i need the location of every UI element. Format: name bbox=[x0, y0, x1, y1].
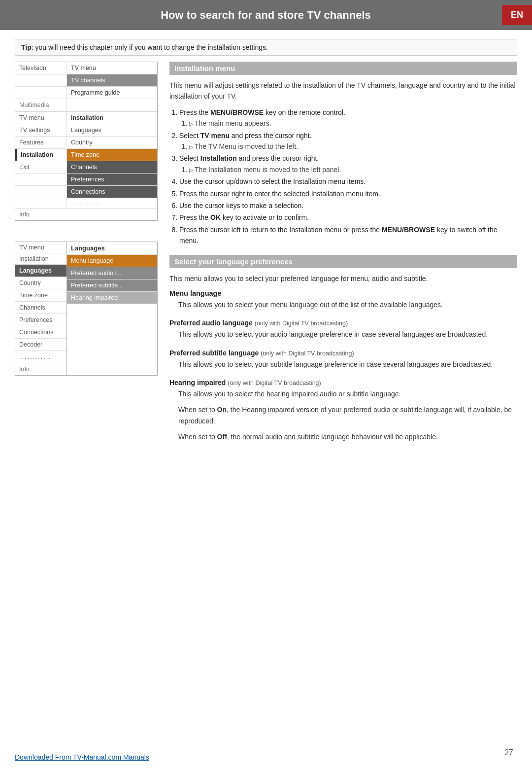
menu-left-empty3 bbox=[15, 174, 67, 185]
preferred-subtitle-note: (only with Digital TV broadcasting) bbox=[261, 350, 354, 357]
hearing-impaired-text3: When set to Off, the normal audio and su… bbox=[178, 431, 517, 442]
installation-section-header: Installation menu bbox=[169, 62, 517, 75]
hearing-impaired-text2: When set to On, the Hearing impaired ver… bbox=[178, 404, 517, 426]
menu-right-installation: Installation bbox=[67, 112, 157, 124]
main-content: Television TV menu TV channels Programme… bbox=[0, 62, 532, 452]
menu-language-text: This allows you to select your menu lang… bbox=[178, 299, 517, 310]
menu-language-block: Menu language This allows you to select … bbox=[169, 289, 517, 310]
menu-row-multimedia: Multimedia bbox=[15, 99, 157, 111]
page-header: How to search for and store TV channels … bbox=[0, 0, 532, 30]
menu-diagram-1: Television TV menu TV channels Programme… bbox=[15, 62, 158, 221]
hearing-on-bold: On bbox=[217, 406, 227, 414]
menu-row-exit: Exit Channels bbox=[15, 161, 157, 174]
menu-right-progguide: Programme guide bbox=[67, 87, 157, 99]
step-1-bold: MENU/BROWSE bbox=[210, 108, 264, 116]
hearing-off-bold: Off bbox=[217, 433, 227, 441]
menu2-top-label: TV menu bbox=[15, 242, 66, 253]
preferred-subtitle-text: This allows you to select your subtitle … bbox=[178, 359, 517, 370]
step-5: Press the cursor right to enter the sele… bbox=[179, 188, 517, 199]
menu-row-tvmenu-install: TV menu Installation bbox=[15, 112, 157, 124]
menu-two-right-col: Languages Menu language Preferred audio … bbox=[67, 242, 157, 375]
menu2-left-channels: Channels bbox=[15, 302, 66, 314]
menu2-right-menulang: Menu language bbox=[67, 255, 157, 267]
menu-left-empty1 bbox=[15, 74, 67, 86]
preferred-audio-note: (only with Digital TV broadcasting) bbox=[255, 320, 348, 327]
preferred-subtitle-block: Preferred subtitle language (only with D… bbox=[169, 349, 517, 370]
menu-right-connections: Connections bbox=[67, 186, 157, 198]
menu-right-languages: Languages bbox=[67, 124, 157, 136]
language-section: Select your language preferences This me… bbox=[169, 255, 517, 442]
menu-left-empty2 bbox=[15, 87, 67, 99]
menu2-right-hearing: Hearing impaired bbox=[67, 292, 157, 304]
language-badge: EN bbox=[502, 5, 532, 25]
step-3: Select Installation and press the cursor… bbox=[179, 153, 517, 175]
step-3-sub: The Installation menu is moved to the le… bbox=[189, 164, 517, 175]
step-8: Press the cursor left to return to the I… bbox=[179, 224, 517, 246]
menu2-left-decoder: Decoder bbox=[15, 339, 66, 351]
menu2-left-languages: Languages bbox=[15, 265, 66, 277]
menu2-right-header: Languages bbox=[67, 242, 157, 255]
tip-label: Tip bbox=[21, 43, 32, 51]
menu2-right-prefsubtitle: Preferred subtitle... bbox=[67, 280, 157, 292]
step-3-bold: Installation bbox=[200, 154, 237, 162]
menu-left-tvmenu: TV menu bbox=[15, 112, 67, 124]
menu-left-multimedia: Multimedia bbox=[15, 99, 67, 111]
tip-bar: Tip: you will need this chapter only if … bbox=[15, 39, 517, 56]
menu2-right-prefaudio: Preferred audio l... bbox=[67, 267, 157, 280]
step-4: Use the cursor up/down to select the Ins… bbox=[179, 176, 517, 187]
menu-row-tvsettings: TV settings Languages bbox=[15, 124, 157, 137]
menu-row-progguide: Programme guide bbox=[15, 87, 157, 99]
menu2-left-dotted: ............ bbox=[15, 351, 66, 363]
menu-right-timezone: Time zone bbox=[67, 149, 157, 161]
menu-left-empty5 bbox=[15, 198, 67, 208]
menu-left-exit: Exit bbox=[15, 161, 67, 173]
installation-section: Installation menu This menu will adjust … bbox=[169, 62, 517, 246]
step-2-bold: TV menu bbox=[200, 132, 230, 140]
step-8-bold: MENU/BROWSE bbox=[382, 226, 435, 234]
step-1-sub: The main menu appears. bbox=[189, 118, 517, 129]
menu-right-multimedia-empty bbox=[67, 99, 157, 111]
menu-right-dotted1: ............ bbox=[67, 198, 157, 208]
preferred-subtitle-heading: Preferred subtitle language (only with D… bbox=[169, 349, 517, 357]
hearing-impaired-block: Hearing impaired (only with Digital TV b… bbox=[169, 379, 517, 443]
left-column: Television TV menu TV channels Programme… bbox=[15, 62, 158, 452]
menu-right-country: Country bbox=[67, 137, 157, 148]
right-column: Installation menu This menu will adjust … bbox=[169, 62, 517, 452]
menu-row-installation: Installation Time zone bbox=[15, 149, 157, 161]
menu2-left-timezone: Time zone bbox=[15, 289, 66, 302]
preferred-audio-heading: Preferred audio language (only with Digi… bbox=[169, 319, 517, 327]
menu-row-tvchannels: TV channels bbox=[15, 74, 157, 87]
menu-info-1: Info bbox=[15, 209, 157, 220]
step-7: Press the OK key to activate or to confi… bbox=[179, 212, 517, 223]
hearing-impaired-note: (only with Digital TV broadcasting) bbox=[228, 380, 321, 386]
step-7-bold: OK bbox=[210, 213, 221, 221]
hearing-impaired-term: Hearing impaired bbox=[169, 379, 226, 386]
tip-text: : you will need this chapter only if you… bbox=[32, 43, 268, 51]
menu-right-channels: Channels bbox=[67, 161, 157, 173]
menu2-install-label: Installation bbox=[15, 253, 66, 265]
menu-row-prefs: Preferences bbox=[15, 174, 157, 186]
page-title: How to search for and store TV channels bbox=[30, 9, 502, 22]
menu-left-empty4 bbox=[15, 186, 67, 198]
menu-diagram-2: TV menu Installation Languages Country T… bbox=[15, 242, 158, 376]
menu-left-tvsettings: TV settings bbox=[15, 124, 67, 136]
installation-steps: Press the MENU/BROWSE key on the remote … bbox=[169, 107, 517, 246]
menu-left-television: Television bbox=[15, 62, 67, 74]
menu-row-features: Features Country bbox=[15, 137, 157, 149]
preferred-subtitle-term: Preferred subtitle language bbox=[169, 349, 259, 357]
menu-language-title: Menu language bbox=[169, 289, 517, 297]
menu-left-features: Features bbox=[15, 137, 67, 148]
installation-intro: This menu will adjust settings related t… bbox=[169, 80, 517, 102]
step-2: Select TV menu and press the cursor righ… bbox=[179, 130, 517, 152]
language-intro: This menu allows you to select your pref… bbox=[169, 273, 517, 284]
footer-link[interactable]: Downloaded From TV-Manual.com Manuals bbox=[15, 753, 149, 761]
menu-right-tvmenu: TV menu bbox=[67, 62, 157, 74]
step-1: Press the MENU/BROWSE key on the remote … bbox=[179, 107, 517, 129]
hearing-impaired-heading: Hearing impaired (only with Digital TV b… bbox=[169, 379, 517, 386]
preferred-audio-block: Preferred audio language (only with Digi… bbox=[169, 319, 517, 340]
menu2-left-connections: Connections bbox=[15, 326, 66, 339]
menu-right-tvchannels: TV channels bbox=[67, 74, 157, 86]
preferred-audio-text: This allows you to select your audio lan… bbox=[178, 329, 517, 340]
menu-row-dotted1: ............ bbox=[15, 198, 157, 209]
menu-two-left-col: TV menu Installation Languages Country T… bbox=[15, 242, 67, 375]
